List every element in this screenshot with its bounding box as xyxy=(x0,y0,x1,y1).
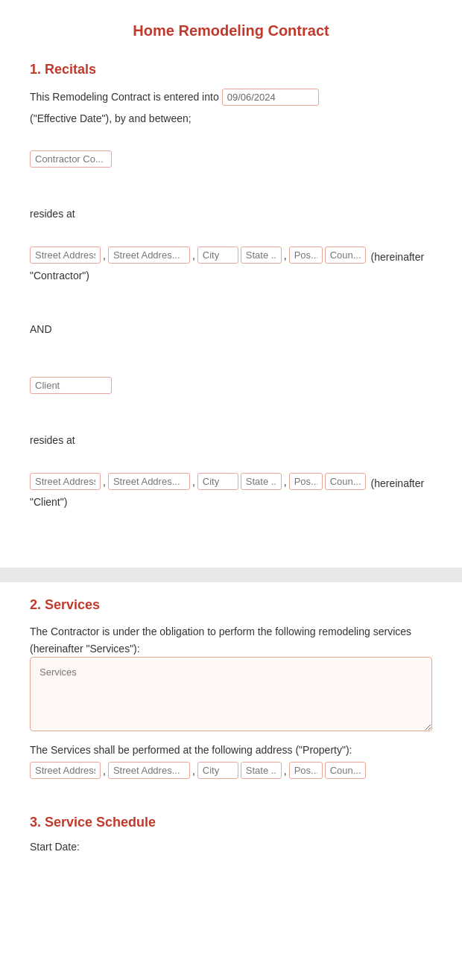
property-address-row: , , , xyxy=(30,762,432,779)
section-divider xyxy=(0,567,462,582)
effective-date-suffix: ("Effective Date"), by and between; xyxy=(30,109,192,128)
contractor-state-input[interactable] xyxy=(241,246,282,264)
contractor-quote: "Contractor") xyxy=(30,270,89,281)
services-description: The Contractor is under the obligation t… xyxy=(30,623,432,657)
and-text: AND xyxy=(30,323,432,335)
hereinafter-client-inline: (hereinafter xyxy=(368,477,424,489)
page: Home Remodeling Contract 1. Recitals Thi… xyxy=(0,0,462,868)
recitals-section: 1. Recitals This Remodeling Contract is … xyxy=(0,47,462,567)
intro-text: This Remodeling Contract is entered into xyxy=(30,88,219,106)
contractor-input[interactable] xyxy=(30,150,112,168)
recitals-title: 1. Recitals xyxy=(30,62,432,77)
client-city-input[interactable] xyxy=(197,473,238,490)
effective-date-row: This Remodeling Contract is entered into… xyxy=(30,88,432,128)
contractor-city-input[interactable] xyxy=(197,246,238,264)
contractor-street1-input[interactable] xyxy=(30,246,101,264)
contractor-row xyxy=(30,150,432,168)
resides-at-2: resides at xyxy=(30,434,432,446)
property-postal-input[interactable] xyxy=(289,762,323,779)
client-input[interactable] xyxy=(30,377,112,394)
contractor-address-row: , , , (hereinafter xyxy=(30,246,432,264)
property-text: The Services shall be performed at the f… xyxy=(30,744,432,756)
client-quote: "Client") xyxy=(30,496,67,508)
contractor-country-input[interactable] xyxy=(325,246,366,264)
property-state-input[interactable] xyxy=(241,762,282,779)
property-street2-input[interactable] xyxy=(108,762,190,779)
resides-at-1: resides at xyxy=(30,208,432,220)
start-date-label: Start Date: xyxy=(30,841,432,853)
property-city-input[interactable] xyxy=(197,762,238,779)
property-street1-input[interactable] xyxy=(30,762,101,779)
client-street1-input[interactable] xyxy=(30,473,101,490)
service-schedule-title: 3. Service Schedule xyxy=(30,815,432,830)
hereinafter-contractor: (hereinafter xyxy=(368,251,424,263)
contractor-street2-input[interactable] xyxy=(108,246,190,264)
client-row xyxy=(30,377,432,394)
client-postal-input[interactable] xyxy=(289,473,323,490)
client-state-input[interactable] xyxy=(241,473,282,490)
services-textarea[interactable] xyxy=(30,657,432,731)
client-address-row: , , , (hereinafter xyxy=(30,473,432,490)
services-section: 2. Services The Contractor is under the … xyxy=(0,582,462,868)
client-street2-input[interactable] xyxy=(108,473,190,490)
services-title: 2. Services xyxy=(30,597,432,613)
page-title: Home Remodeling Contract xyxy=(0,0,462,47)
effective-date-input[interactable] xyxy=(222,89,319,106)
property-country-input[interactable] xyxy=(325,762,366,779)
contractor-postal-input[interactable] xyxy=(289,246,323,264)
client-country-input[interactable] xyxy=(325,473,366,490)
